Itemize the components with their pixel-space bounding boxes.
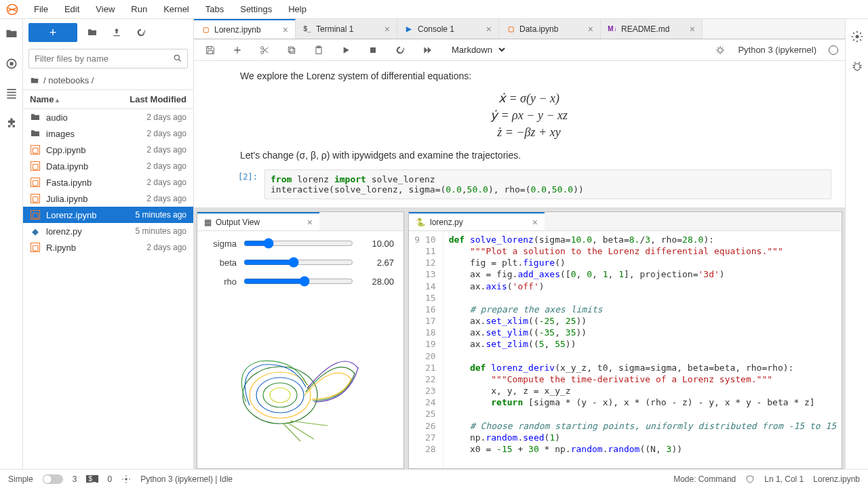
file-row[interactable]: ▢R.ipynb2 days ago	[23, 239, 193, 256]
close-icon[interactable]: ×	[283, 24, 288, 35]
file-name: R.ipynb	[46, 243, 76, 253]
menu-help[interactable]: Help	[281, 1, 313, 17]
col-name-header[interactable]: Name	[30, 94, 59, 104]
notebook-trust-icon[interactable]	[745, 474, 755, 484]
close-icon[interactable]: ×	[384, 24, 390, 35]
close-icon[interactable]: ×	[690, 24, 695, 35]
slider-label: beta	[207, 258, 237, 268]
current-file[interactable]: Lorenz.ipynb	[813, 474, 860, 484]
notebook-icon: ▢	[30, 242, 41, 253]
file-row[interactable]: ◆lorenz.py5 minutes ago	[23, 223, 193, 239]
jupyter-logo-icon	[5, 3, 19, 16]
run-all-icon[interactable]	[422, 45, 433, 56]
file-browser: + / notebooks / Name Last Modified audio…	[23, 19, 194, 469]
folder-icon[interactable]	[5, 27, 18, 41]
menu-edit[interactable]: Edit	[58, 1, 86, 17]
code-cell-input[interactable]: from lorenz import solve_lorenz interact…	[264, 169, 831, 199]
stop-icon[interactable]	[368, 45, 378, 56]
cursor-position[interactable]: Ln 1, Col 1	[764, 474, 804, 484]
cell-type-select[interactable]: Markdown	[445, 43, 507, 57]
tab-readme-md[interactable]: M↓README.md×	[601, 19, 703, 39]
slider-input[interactable]	[243, 238, 353, 249]
notebook-mode[interactable]: Mode: Command	[673, 474, 736, 484]
simple-mode-label: Simple	[8, 474, 33, 484]
slider-sigma: sigma10.00	[207, 238, 394, 249]
menu-settings[interactable]: Settings	[233, 1, 279, 17]
close-icon[interactable]: ×	[486, 24, 492, 35]
menu-run[interactable]: Run	[124, 1, 154, 17]
svg-point-3	[174, 55, 179, 60]
restart-icon[interactable]	[395, 45, 406, 56]
refresh-icon[interactable]	[136, 27, 146, 38]
add-cell-icon[interactable]	[232, 45, 243, 56]
upload-icon[interactable]	[111, 27, 122, 38]
file-row[interactable]: audio2 days ago	[23, 109, 193, 125]
file-modified: 2 days ago	[146, 178, 186, 187]
kernels-count[interactable]: 0	[108, 474, 113, 484]
new-folder-icon[interactable]	[87, 27, 98, 38]
code-editor[interactable]: 9 10 11 12 13 14 15 16 17 18 19 20 21 22…	[409, 231, 842, 468]
kernel-status[interactable]: Python 3 (ipykernel) | Idle	[140, 474, 233, 484]
terminals-count[interactable]: 3	[73, 474, 77, 484]
new-launcher-button[interactable]: +	[28, 23, 77, 42]
file-name: Lorenz.ipynb	[46, 210, 96, 220]
notebook-content[interactable]: We explore the Lorenz system of differen…	[194, 61, 845, 207]
menu-file[interactable]: File	[27, 1, 55, 17]
tab-lorenz-ipynb[interactable]: ▢Lorenz.ipynb×	[194, 19, 296, 39]
tab-output-view[interactable]: ▦Output View ×	[197, 212, 319, 230]
python-icon: ◆	[30, 226, 41, 237]
file-row[interactable]: images2 days ago	[23, 125, 193, 142]
file-name: lorenz.py	[46, 226, 82, 237]
slider-input[interactable]	[243, 276, 353, 287]
svg-rect-6	[290, 48, 294, 53]
tab-data-ipynb[interactable]: ▢Data.ipynb×	[499, 19, 601, 39]
close-icon[interactable]: ×	[532, 217, 538, 228]
tab-lorenz-py[interactable]: 🐍lorenz.py ×	[409, 212, 545, 230]
markdown-cell-text: Let's change (σ, β, ρ) with ipywidgets a…	[240, 148, 831, 163]
toc-icon[interactable]	[5, 87, 18, 100]
markdown-cell-text: We explore the Lorenz system of differen…	[240, 69, 831, 83]
tab-terminal-1[interactable]: $_Terminal 1×	[296, 19, 397, 39]
running-icon[interactable]	[5, 57, 18, 70]
paste-icon[interactable]	[313, 45, 324, 56]
filter-input[interactable]	[28, 49, 188, 68]
slider-label: sigma	[207, 239, 237, 249]
property-inspector-icon[interactable]	[850, 30, 864, 43]
debugger-icon[interactable]	[850, 60, 864, 73]
menu-kernel[interactable]: Kernel	[157, 1, 196, 17]
notebook-icon: ▢	[30, 177, 41, 188]
file-modified: 2 days ago	[146, 145, 186, 155]
menu-view[interactable]: View	[89, 1, 121, 17]
file-row[interactable]: ▢Fasta.ipynb2 days ago	[23, 174, 193, 190]
slider-input[interactable]	[243, 257, 353, 268]
debug-icon[interactable]	[715, 45, 726, 56]
svg-point-18	[854, 64, 859, 70]
file-row[interactable]: ▢Cpp.ipynb2 days ago	[23, 142, 193, 158]
run-icon[interactable]	[340, 45, 351, 56]
slider-beta: beta2.67	[207, 257, 394, 268]
menu-tabs[interactable]: Tabs	[199, 1, 231, 17]
terminal-icon: $_	[86, 475, 98, 483]
extensions-icon[interactable]	[5, 117, 18, 130]
breadcrumb[interactable]: / notebooks /	[23, 71, 193, 90]
close-icon[interactable]: ×	[307, 217, 313, 228]
notebook-icon: ▢	[506, 24, 515, 34]
simple-mode-toggle[interactable]	[43, 474, 63, 484]
lsp-icon[interactable]	[121, 474, 131, 484]
activity-bar	[0, 19, 23, 469]
cut-icon[interactable]	[259, 45, 270, 56]
save-icon[interactable]	[205, 45, 216, 56]
col-modified-header[interactable]: Last Modified	[130, 94, 186, 104]
notebook-toolbar: Markdown Python 3 (ipykernel)	[194, 39, 845, 61]
code-body[interactable]: def solve_lorenz(sigma=10.0, beta=8./3, …	[443, 231, 842, 468]
file-row[interactable]: ▢Lorenz.ipynb5 minutes ago	[23, 207, 193, 223]
tab-console-1[interactable]: ▶Console 1×	[397, 19, 499, 39]
copy-icon[interactable]	[286, 45, 297, 56]
file-row[interactable]: ▢Data.ipynb2 days ago	[23, 158, 193, 174]
svg-rect-7	[288, 47, 293, 52]
file-row[interactable]: ▢Julia.ipynb2 days ago	[23, 190, 193, 207]
kernel-name[interactable]: Python 3 (ipykernel)	[738, 45, 816, 55]
folder-icon	[30, 76, 39, 85]
close-icon[interactable]: ×	[588, 24, 593, 35]
kernel-status-icon[interactable]	[829, 45, 838, 55]
